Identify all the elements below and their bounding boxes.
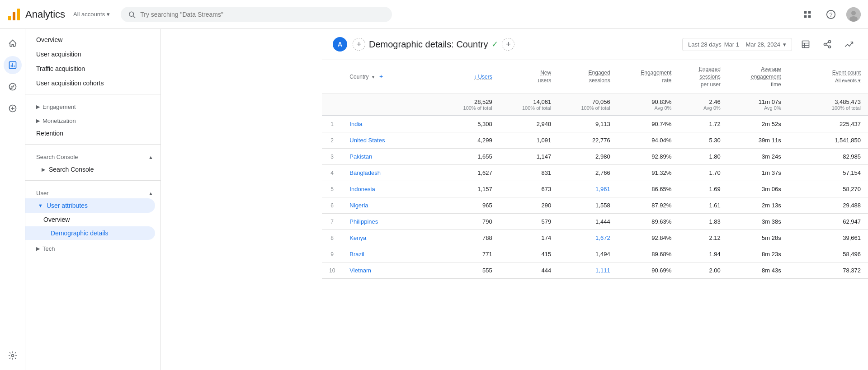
cell-country[interactable]: Bangladesh bbox=[342, 165, 440, 181]
nav-section-engagement[interactable]: ▶ Engagement bbox=[25, 98, 160, 112]
col-engaged-sessions[interactable]: Engagedsessions bbox=[558, 60, 617, 94]
sidebar-icon-explore[interactable] bbox=[4, 78, 22, 96]
sidebar-icon-settings[interactable] bbox=[4, 347, 22, 365]
cell-users: 788 bbox=[440, 230, 499, 246]
cell-event-count: 1,541,850 bbox=[788, 132, 868, 149]
nav-item-search-console[interactable]: ▶ Search Console bbox=[25, 162, 155, 177]
account-selector[interactable]: All accounts ▾ bbox=[73, 11, 110, 18]
cell-country[interactable]: Kenya bbox=[342, 230, 440, 246]
cell-avg-engagement-time: 2m 13s bbox=[728, 197, 788, 214]
table-row[interactable]: 1 India 5,308 2,948 9,113 90.74% 1.72 2m… bbox=[322, 116, 868, 132]
new-users-col-label: Newusers bbox=[538, 70, 551, 84]
cell-engaged-sessions: 2,766 bbox=[558, 165, 617, 181]
settings-icon bbox=[8, 351, 17, 360]
user-avatar[interactable] bbox=[846, 7, 861, 22]
cell-engaged-sessions: 9,113 bbox=[558, 116, 617, 132]
search-bar[interactable] bbox=[121, 7, 392, 22]
cell-country[interactable]: United States bbox=[342, 132, 440, 149]
date-range-selector[interactable]: Last 28 days Mar 1 – Mar 28, 2024 ▾ bbox=[682, 38, 792, 51]
topbar: Analytics All accounts ▾ ? bbox=[0, 0, 868, 29]
cell-users: 1,627 bbox=[440, 165, 499, 181]
nav-section-tech[interactable]: ▶ Tech bbox=[25, 240, 160, 254]
cell-engaged-sessions-per-user: 1.69 bbox=[679, 181, 728, 197]
col-new-users[interactable]: Newusers bbox=[500, 60, 558, 94]
cell-users: 1,655 bbox=[440, 149, 499, 165]
col-engagement-rate[interactable]: Engagementrate bbox=[618, 60, 679, 94]
cell-country[interactable]: Nigeria bbox=[342, 197, 440, 214]
nav-sidebar: Overview User acquisition Traffic acquis… bbox=[25, 29, 161, 370]
svg-rect-2 bbox=[17, 9, 20, 20]
nav-section-monetization[interactable]: ▶ Monetization bbox=[25, 112, 160, 126]
col-users[interactable]: ↓ Users bbox=[440, 60, 499, 94]
table-row[interactable]: 10 Vietnam 555 444 1,111 90.69% 2.00 8m … bbox=[322, 262, 868, 279]
nav-demographic-details-label: Demographic details bbox=[51, 229, 108, 237]
table-row[interactable]: 8 Kenya 788 174 1,672 92.84% 2.12 5m 28s… bbox=[322, 230, 868, 246]
col-avg-engagement-time[interactable]: Averageengagementtime bbox=[728, 60, 788, 94]
col-country[interactable]: Country ▾ + bbox=[342, 60, 440, 94]
nav-item-ua-overview[interactable]: Overview bbox=[25, 213, 155, 226]
search-input[interactable] bbox=[140, 11, 385, 18]
nav-item-traffic-acquisition[interactable]: Traffic acquisition bbox=[25, 61, 155, 76]
table-header-row: Country ▾ + ↓ Users Newusers Engageds bbox=[322, 60, 868, 94]
totals-country bbox=[342, 94, 440, 116]
cell-engaged-sessions: 22,776 bbox=[558, 132, 617, 149]
cell-country[interactable]: Pakistan bbox=[342, 149, 440, 165]
table-row[interactable]: 7 Philippines 790 579 1,444 89.63% 1.83 … bbox=[322, 214, 868, 230]
chart-view-button[interactable] bbox=[797, 36, 814, 52]
search-console-section-label: Search Console bbox=[36, 154, 78, 160]
help-icon-button[interactable]: ? bbox=[823, 6, 839, 23]
share-button[interactable] bbox=[819, 36, 835, 52]
cell-engaged-sessions-per-user: 1.94 bbox=[679, 246, 728, 262]
totals-engaged-sessions: 70,056100% of total bbox=[558, 94, 617, 116]
nav-item-user-acquisition[interactable]: User acquisition bbox=[25, 47, 155, 61]
cell-country[interactable]: Brazil bbox=[342, 246, 440, 262]
cell-avg-engagement-time: 3m 24s bbox=[728, 149, 788, 165]
cell-avg-engagement-time: 2m 52s bbox=[728, 116, 788, 132]
topbar-right: ? bbox=[799, 6, 861, 23]
layout: Overview User acquisition Traffic acquis… bbox=[0, 0, 868, 370]
apps-icon-button[interactable] bbox=[799, 6, 816, 23]
country-add-icon[interactable]: + bbox=[379, 73, 383, 80]
insights-button[interactable] bbox=[841, 36, 857, 52]
add-comparison-button[interactable]: + bbox=[353, 38, 365, 51]
sidebar-icon-advertising[interactable] bbox=[4, 99, 22, 117]
add-filter-button[interactable]: + bbox=[502, 38, 514, 51]
nav-section-user[interactable]: User ▲ bbox=[25, 184, 160, 198]
nav-section-search-console[interactable]: Search Console ▲ bbox=[25, 148, 160, 162]
country-dropdown-icon[interactable]: ▾ bbox=[372, 75, 374, 80]
nav-item-demographic-details[interactable]: Demographic details bbox=[25, 226, 155, 240]
content-header-right: Last 28 days Mar 1 – Mar 28, 2024 ▾ bbox=[682, 36, 857, 52]
cell-country[interactable]: India bbox=[342, 116, 440, 132]
nav-item-retention[interactable]: Retention bbox=[25, 126, 155, 141]
svg-point-20 bbox=[11, 355, 14, 357]
monetization-label: Monetization bbox=[42, 117, 76, 124]
nav-item-overview[interactable]: Overview bbox=[25, 33, 155, 47]
col-engaged-sessions-per-user[interactable]: Engagedsessionsper user bbox=[679, 60, 728, 94]
nav-item-user-attributes[interactable]: ▼ User attributes bbox=[25, 198, 155, 213]
cell-avg-engagement-time: 3m 38s bbox=[728, 214, 788, 230]
sidebar-icon-home[interactable] bbox=[4, 34, 22, 52]
cell-engaged-sessions-per-user: 1.70 bbox=[679, 165, 728, 181]
table-row[interactable]: 3 Pakistan 1,655 1,147 2,980 92.89% 1.80… bbox=[322, 149, 868, 165]
cell-new-users: 2,948 bbox=[500, 116, 558, 132]
table-row[interactable]: 5 Indonesia 1,157 673 1,961 86.65% 1.69 … bbox=[322, 181, 868, 197]
table-row[interactable]: 4 Bangladesh 1,627 831 2,766 91.32% 1.70… bbox=[322, 165, 868, 181]
data-table: Country ▾ + ↓ Users Newusers Engageds bbox=[322, 60, 868, 279]
table-row[interactable]: 2 United States 4,299 1,091 22,776 94.04… bbox=[322, 132, 868, 149]
cell-new-users: 174 bbox=[500, 230, 558, 246]
cell-country[interactable]: Indonesia bbox=[342, 181, 440, 197]
date-range-value: Mar 1 – Mar 28, 2024 bbox=[724, 41, 780, 48]
col-event-count[interactable]: Event count All events ▾ bbox=[788, 60, 868, 94]
check-circle-icon: ✓ bbox=[491, 39, 498, 49]
event-count-dropdown[interactable]: All events ▾ bbox=[835, 78, 861, 83]
nav-ua-overview-label: Overview bbox=[43, 216, 70, 223]
cell-rank: 1 bbox=[322, 116, 342, 132]
table-row[interactable]: 9 Brazil 771 415 1,494 89.68% 1.94 8m 23… bbox=[322, 246, 868, 262]
cell-country[interactable]: Vietnam bbox=[342, 262, 440, 279]
cell-country[interactable]: Philippines bbox=[342, 214, 440, 230]
sidebar-icon-reports[interactable] bbox=[4, 56, 22, 74]
nav-item-user-acquisition-cohorts[interactable]: User acquisition cohorts bbox=[25, 76, 155, 90]
svg-rect-21 bbox=[802, 41, 809, 48]
cell-event-count: 29,488 bbox=[788, 197, 868, 214]
table-row[interactable]: 6 Nigeria 965 290 1,558 87.92% 1.61 2m 1… bbox=[322, 197, 868, 214]
